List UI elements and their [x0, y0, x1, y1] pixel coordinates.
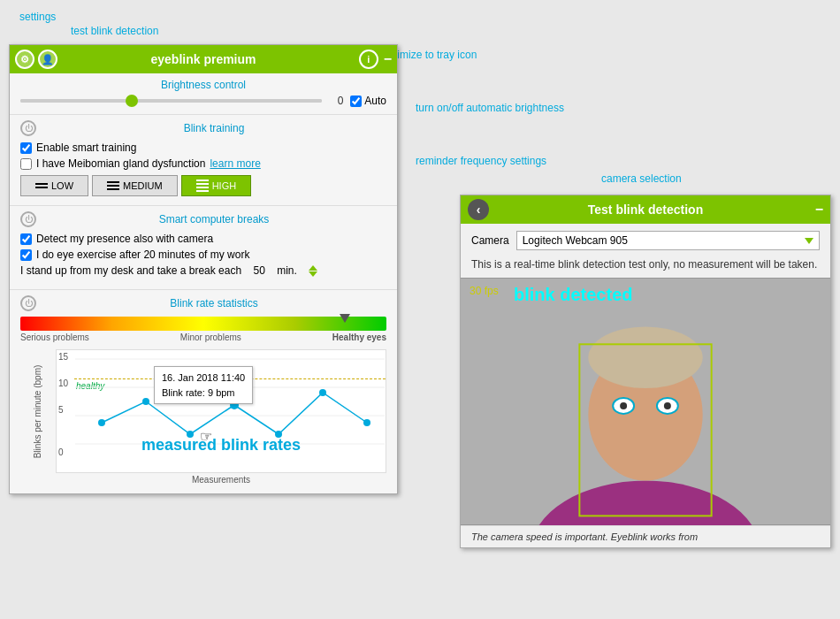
auto-brightness-annotation: turn on/off automatic brightness — [416, 102, 564, 114]
camera-description: This is a real-time blink detection test… — [461, 257, 830, 278]
settings-annotation: settings — [19, 11, 56, 23]
smart-breaks-title: Smart computer breaks — [42, 213, 386, 225]
frequency-buttons: LOW MEDIUM HIGH — [20, 175, 386, 196]
tooltip-rate: Blink rate: 9 bpm — [162, 386, 245, 401]
auto-checkbox-input[interactable] — [350, 96, 362, 107]
stats-title: Blink rate statistics — [42, 297, 386, 310]
header-icons-right: i − — [359, 50, 392, 69]
health-bad-label: Serious problems — [20, 332, 89, 342]
freq-high-label: HIGH — [212, 180, 237, 191]
health-good-label: Healthy eyes — [332, 332, 386, 342]
stats-power-icon[interactable]: ⏻ — [20, 295, 36, 311]
right-panel-minimize[interactable]: − — [815, 202, 823, 218]
minutes-spinner[interactable] — [309, 265, 317, 277]
main-panel: ⚙ 👤 eyeblink premium i − Brightness cont… — [9, 44, 398, 494]
camera-selection-annotation: camera selection — [601, 172, 682, 185]
y-tick-5: 5 — [58, 405, 64, 415]
video-area: 30 fps blink detected — [461, 278, 830, 525]
settings-icon[interactable]: ⚙ — [15, 50, 34, 69]
detect-presence-row: Detect my presence also with camera — [20, 233, 386, 245]
freq-high-lines — [196, 180, 209, 192]
svg-point-5 — [142, 398, 149, 405]
health-mid-label: Minor problems — [180, 332, 241, 342]
tooltip-date: 16. Jan 2018 11:40 — [162, 371, 245, 386]
camera-row: Camera Logitech Webcam 905 — [461, 224, 830, 257]
learn-more-link[interactable]: learn more — [210, 157, 260, 170]
auto-label: Auto — [364, 95, 386, 107]
panel-header: ⚙ 👤 eyeblink premium i − — [10, 45, 397, 73]
chart-big-title: measured blink rates — [141, 436, 301, 455]
eye-exercise-row: I do eye exercise after 20 minutes of my… — [20, 248, 386, 261]
blink-training-power-icon[interactable]: ⏻ — [20, 120, 36, 136]
standup-pre-label: I stand up from my desk and take a break… — [20, 264, 241, 277]
eye-exercise-checkbox[interactable] — [20, 249, 32, 261]
svg-point-15 — [588, 326, 702, 388]
freq-low-label: LOW — [51, 180, 73, 191]
auto-checkbox-label[interactable]: Auto — [350, 95, 386, 107]
enable-smart-row: Enable smart training — [20, 141, 386, 154]
camera-value: Logitech Webcam 905 — [523, 234, 628, 247]
brightness-slider[interactable] — [20, 99, 322, 103]
freq-medium-lines — [107, 181, 119, 190]
right-panel-title: Test blink detection — [588, 203, 703, 217]
smart-breaks-section: ⏻ Smart computer breaks Detect my presen… — [10, 206, 397, 290]
minutes-down-arrow[interactable] — [309, 271, 317, 277]
reminder-freq-annotation: reminder frequency settings — [416, 155, 546, 167]
blink-detected-label: blink detected — [514, 285, 632, 305]
svg-point-19 — [664, 402, 671, 409]
slider-track — [20, 99, 322, 103]
detect-presence-label: Detect my presence also with camera — [36, 233, 213, 245]
enable-smart-label: Enable smart training — [36, 141, 136, 154]
user-icon[interactable]: 👤 — [38, 50, 57, 69]
slider-thumb[interactable] — [126, 95, 138, 107]
freq-high-btn[interactable]: HIGH — [181, 175, 252, 196]
brightness-label: Brightness control — [20, 79, 386, 91]
info-icon[interactable]: i — [359, 50, 378, 69]
smart-breaks-header: ⏻ Smart computer breaks — [20, 211, 386, 227]
meibomian-label: I have Meibomian gland dysfunction — [36, 157, 205, 170]
freq-low-lines — [35, 183, 48, 188]
test-blink-annotation: test blink detection — [71, 25, 158, 37]
y-label-container: Blinks per minute (bpm) — [20, 349, 56, 473]
freq-medium-btn[interactable]: MEDIUM — [92, 175, 178, 196]
minimize-icon[interactable]: − — [384, 51, 392, 67]
video-feed — [461, 278, 830, 525]
chart-container: 15 10 5 0 healthy — [56, 349, 386, 473]
health-bar — [20, 317, 386, 331]
stats-header: ⏻ Blink rate statistics — [20, 295, 386, 311]
smart-breaks-power-icon[interactable]: ⏻ — [20, 211, 36, 227]
standup-row: I stand up from my desk and take a break… — [20, 264, 386, 277]
header-icons-left: ⚙ 👤 — [15, 50, 57, 69]
y-axis-label: Blinks per minute (bpm) — [34, 364, 43, 458]
y-tick-0: 0 — [58, 447, 64, 457]
detect-presence-checkbox[interactable] — [20, 233, 32, 245]
blink-training-header: ⏻ Blink training — [20, 120, 386, 136]
y-tick-15: 15 — [58, 352, 68, 362]
fps-label: 30 fps — [470, 285, 499, 297]
right-panel: ‹ Test blink detection − Camera Logitech… — [460, 195, 831, 548]
standup-minutes: 50 — [253, 264, 264, 277]
freq-medium-label: MEDIUM — [123, 180, 163, 191]
standup-min-label: min. — [277, 264, 297, 277]
meibomian-row: I have Meibomian gland dysfunction learn… — [20, 157, 386, 170]
blink-training-section: ⏻ Blink training Enable smart training I… — [10, 115, 397, 206]
y-tick-10: 10 — [58, 378, 68, 388]
chart-tooltip: 16. Jan 2018 11:40 Blink rate: 9 bpm — [154, 366, 253, 404]
health-bar-marker — [340, 314, 350, 323]
camera-label: Camera — [471, 234, 509, 247]
brightness-section: Brightness control 0 Auto — [10, 73, 397, 115]
panel-title: eyeblink premium — [150, 52, 256, 66]
camera-dropdown-arrow[interactable] — [805, 238, 813, 244]
right-panel-header: ‹ Test blink detection − — [461, 195, 830, 224]
minutes-up-arrow[interactable] — [309, 265, 317, 271]
stats-section: ⏻ Blink rate statistics Serious problems… — [10, 290, 397, 493]
svg-point-18 — [620, 402, 627, 409]
freq-low-btn[interactable]: LOW — [20, 175, 88, 196]
meibomian-checkbox[interactable] — [20, 158, 32, 170]
video-caption: The camera speed is important. Eyeblink … — [461, 525, 830, 547]
back-button[interactable]: ‹ — [468, 199, 489, 220]
camera-select[interactable]: Logitech Webcam 905 — [516, 231, 820, 250]
svg-point-9 — [319, 389, 326, 396]
chart-wrapper: Blinks per minute (bpm) 15 10 5 0 health… — [20, 349, 386, 485]
enable-smart-checkbox[interactable] — [20, 142, 32, 154]
